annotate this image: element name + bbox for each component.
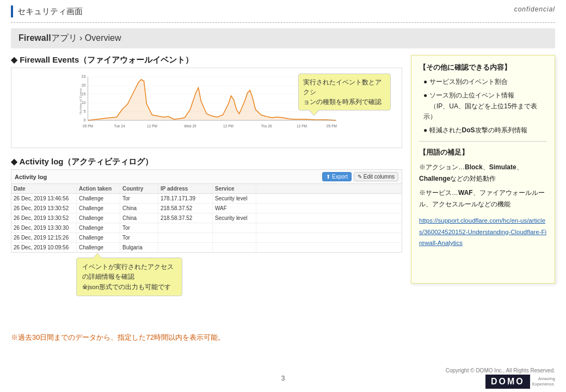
cell-date: 26 Dec, 2019 13:30:30: [11, 223, 77, 232]
cell-date: 26 Dec, 2019 12:15:26: [11, 233, 77, 242]
cell-country: China: [120, 204, 158, 213]
log-callout-wrapper: イベントが実行されたアクセスの詳細情報を確認※json形式での出力も可能です: [76, 258, 182, 296]
cell-service: Security level: [213, 213, 256, 223]
header: セキュリティ画面 confidencial: [0, 0, 566, 20]
col-ip: IP address: [158, 184, 213, 193]
sticky-link[interactable]: https://support.cloudflare.com/hc/en-us/…: [419, 217, 546, 246]
activity-log-table: Activity log ⬆ Export ✎ Edit columns Dat…: [11, 169, 402, 253]
log-table-buttons[interactable]: ⬆ Export ✎ Edit columns: [322, 172, 398, 181]
svg-text:23: 23: [82, 75, 86, 78]
cell-country: China: [120, 213, 158, 223]
cell-service: [213, 243, 256, 252]
breadcrumb-fw: Firewall: [19, 33, 51, 42]
cell-country: Tor: [120, 233, 158, 242]
right-column: 【その他に確認できる内容】 ● サービス別のイベント割合 ● ソース別の上位イベ…: [411, 55, 555, 284]
log-table-header: Activity log ⬆ Export ✎ Edit columns: [11, 170, 402, 184]
header-separator: [11, 22, 555, 23]
blue-accent-bar: [11, 5, 13, 17]
table-row: 26 Dec, 2019 13:46:56 Challenge Tor 178.…: [11, 194, 402, 204]
svg-text:12 PM: 12 PM: [147, 124, 157, 128]
log-callout-text: イベントが実行されたアクセスの詳細情報を確認※json形式での出力も可能です: [82, 264, 174, 290]
table-row: 26 Dec, 2019 13:30:52 Challenge China 21…: [11, 213, 402, 223]
table-row: 26 Dec, 2019 12:15:26 Challenge Tor: [11, 233, 402, 243]
col-date: Date: [11, 184, 77, 193]
breadcrumb: Firewallアプリ › Overview: [11, 28, 555, 48]
edit-columns-button[interactable]: ✎ Edit columns: [354, 172, 398, 181]
sticky-bullet2: ● ソース別の上位イベント情報 （IP、UA、国などを上位15件まで表示）: [421, 90, 547, 122]
svg-text:15: 15: [82, 92, 86, 96]
sticky-text2: ※サービス…WAF、ファイアウォールルール、アクセスルールなどの機能: [419, 187, 547, 210]
export-button[interactable]: ⬆ Export: [322, 172, 352, 181]
sticky-note: 【その他に確認できる内容】 ● サービス別のイベント割合 ● ソース別の上位イベ…: [411, 55, 555, 284]
table-row: 26 Dec, 2019 10:09:56 Challenge Bulgaria: [11, 243, 402, 252]
page-title: セキュリティ画面: [17, 7, 83, 17]
cell-ip: [158, 243, 213, 252]
footer-right: Copyright © DOMO Inc., All Rights Reserv…: [374, 367, 555, 389]
activity-log-title: ◆ Activity log（アクティビティログ）: [11, 157, 402, 167]
svg-text:Tue 24: Tue 24: [114, 124, 125, 128]
cell-action: Challenge: [77, 223, 120, 232]
header-left: セキュリティ画面: [11, 5, 83, 17]
table-row: 26 Dec, 2019 13:30:30 Challenge Tor: [11, 223, 402, 233]
sticky-text1: ※アクション…Block、Simulate、Challengeなどの対処動作: [419, 162, 547, 184]
left-column: ◆ Firewall Events（ファイアウォールイベント） 実行されたイベン…: [11, 55, 402, 284]
svg-text:05 PM: 05 PM: [327, 124, 337, 128]
breadcrumb-separator: ›: [77, 33, 85, 42]
cell-country: Tor: [120, 223, 158, 232]
table-row: 26 Dec, 2019 13:30:52 Challenge China 21…: [11, 204, 402, 213]
cell-action: Challenge: [77, 213, 120, 223]
log-column-headers: Date Action taken Country IP address Ser…: [11, 184, 402, 194]
cell-ip: [158, 223, 213, 232]
svg-text:05 PM: 05 PM: [83, 124, 93, 128]
firewall-events-title: ◆ Firewall Events（ファイアウォールイベント）: [11, 55, 402, 65]
cell-ip: [158, 233, 213, 242]
cell-ip: 218.58.37.52: [158, 204, 213, 213]
svg-text:20: 20: [82, 83, 86, 87]
svg-text:Number of Events: Number of Events: [79, 88, 82, 114]
svg-text:5: 5: [84, 109, 86, 113]
cell-action: Challenge: [77, 194, 120, 203]
svg-text:Wed 25: Wed 25: [184, 124, 196, 128]
chart-callout-bubble: 実行されたイベント数とアクションの種類を時系列で確認: [298, 74, 391, 111]
sticky-bullet1: ● サービス別のイベント割合: [421, 77, 547, 87]
breadcrumb-overview: Overview: [85, 33, 121, 42]
log-callout-bubble: イベントが実行されたアクセスの詳細情報を確認※json形式での出力も可能です: [76, 258, 182, 296]
domo-logo: DOMO AmazingExperience.: [485, 375, 555, 389]
svg-text:Thu 26: Thu 26: [261, 124, 272, 128]
cell-action: Challenge: [77, 233, 120, 242]
col-action: Action taken: [77, 184, 120, 193]
cell-action: Challenge: [77, 243, 120, 252]
sticky-bullet3: ● 軽減されたDoS攻撃の時系列情報: [421, 125, 547, 136]
cell-service: Security level: [213, 194, 256, 203]
cell-date: 26 Dec, 2019 13:30:52: [11, 204, 77, 213]
cell-ip: 218.58.37.52: [158, 213, 213, 223]
activity-log-section: ◆ Activity log（アクティビティログ） Activity log ⬆…: [11, 157, 402, 253]
col-country: Country: [120, 184, 158, 193]
log-table-label: Activity log: [15, 174, 47, 180]
cell-date: 26 Dec, 2019 13:30:52: [11, 213, 77, 223]
copyright-text: Copyright © DOMO Inc., All Rights Reserv…: [446, 367, 555, 373]
sticky-section2-title: 【用語の補足】: [419, 147, 547, 158]
svg-text:10: 10: [82, 101, 86, 105]
logo-text: DOMO: [491, 377, 525, 387]
col-service: Service: [213, 184, 256, 193]
confidential-label: confidencial: [514, 5, 555, 13]
cell-country: Bulgaria: [120, 243, 158, 252]
activity-log-container: Activity log ⬆ Export ✎ Edit columns Dat…: [11, 169, 402, 253]
logo-tagline: AmazingExperience.: [532, 376, 555, 388]
sticky-separator: [419, 141, 547, 142]
cell-service: WAF: [213, 204, 256, 213]
firewall-events-chart: 実行されたイベント数とアクションの種類を時系列で確認 23 20 15 10 5…: [11, 68, 402, 148]
cell-action: Challenge: [77, 204, 120, 213]
cell-date: 26 Dec, 2019 10:09:56: [11, 243, 77, 252]
sticky-section1-title: 【その他に確認できる内容】: [419, 62, 547, 74]
svg-text:12 PM: 12 PM: [297, 124, 307, 128]
chart-callout-text: 実行されたイベント数とアクションの種類を時系列で確認: [303, 78, 382, 106]
svg-text:0: 0: [84, 118, 86, 122]
logo-box: DOMO: [485, 375, 530, 389]
main-content: ◆ Firewall Events（ファイアウォールイベント） 実行されたイベン…: [11, 55, 555, 284]
cell-country: Tor: [120, 194, 158, 203]
breadcrumb-app: アプリ: [51, 33, 77, 42]
cell-service: [213, 223, 256, 232]
page-number: 3: [192, 375, 373, 382]
